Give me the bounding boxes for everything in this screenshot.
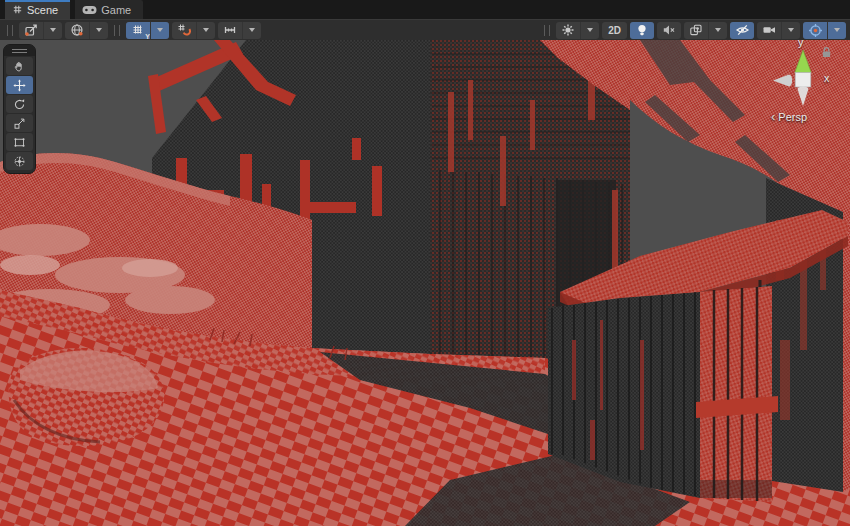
chevron-down-icon [50,28,56,32]
gizmo-lock[interactable] [820,45,833,63]
audio-mute-button[interactable] [657,22,681,39]
snap-increment-dropdown[interactable] [242,22,261,39]
scene-lighting-button[interactable] [630,22,654,39]
grid-visibility-group: Y [126,22,169,39]
rotate-icon [13,98,26,111]
gamepad-icon [82,5,97,15]
effects-button[interactable] [684,22,708,39]
chevron-down-icon [587,28,593,32]
audio-group [657,22,681,39]
tool-handle-rotation-button[interactable] [65,22,89,39]
tool-handle-position-group [19,22,62,39]
view-pan-tool-button[interactable] [6,57,33,75]
overlay-drag-handle[interactable] [114,25,120,36]
snap-increment-button[interactable] [218,22,242,39]
effects-group [684,22,727,39]
gizmo-x-axis-cone[interactable] [811,77,819,85]
chevron-down-icon [249,28,255,32]
lighting-group [630,22,654,39]
chevron-down-icon [157,28,163,32]
visibility-group [730,22,754,39]
gizmos-button[interactable] [803,22,827,39]
gate[interactable] [696,286,778,502]
persp-toggle-icon: ‹ [771,112,775,122]
scene-viewport[interactable] [0,40,850,526]
rock-mound[interactable] [9,348,165,446]
draw-mode-icon [561,23,575,37]
grid-visibility-icon [132,24,145,37]
move-icon [13,79,26,92]
gizmos-dropdown[interactable] [827,22,846,39]
gizmo-y-axis-cone[interactable] [795,50,811,75]
scene-grid-icon [12,4,23,15]
effects-dropdown[interactable] [708,22,727,39]
2d-group: 2D [602,22,627,39]
chevron-down-icon [96,28,102,32]
gizmo-negy-cone[interactable] [798,87,809,106]
grid-visibility-button[interactable]: Y [126,22,150,39]
scene-visibility-icon [735,23,750,37]
tool-handle-position-icon [24,23,38,37]
gizmo-center-cube[interactable] [795,73,811,88]
tool-handle-rotation-dropdown[interactable] [89,22,108,39]
scale-icon [13,117,26,130]
overlay-drag-handle[interactable] [544,25,550,36]
scene-lighting-icon [635,23,649,37]
tool-handle-position-button[interactable] [19,22,43,39]
snap-increment-group [218,22,261,39]
scene-toolbar: Y 2D [0,19,850,40]
snap-button[interactable] [172,22,196,39]
snap-dropdown[interactable] [196,22,215,39]
transform-icon [13,155,26,168]
tab-game[interactable]: Game [75,0,143,19]
tab-scene-label: Scene [27,4,58,16]
tab-game-label: Game [101,4,131,16]
gizmos-icon [808,23,823,38]
snap-increment-icon [223,23,237,37]
tools-overlay [3,44,36,174]
draw-mode-group [556,22,599,39]
2d-toggle-button[interactable]: 2D [602,22,627,39]
2d-label: 2D [605,25,624,36]
transform-tool-button[interactable] [6,152,33,170]
camera-settings-icon [762,23,777,37]
persp-label: Persp [778,111,807,123]
camera-settings-dropdown[interactable] [781,22,800,39]
audio-mute-icon [662,23,676,37]
chevron-down-icon [788,28,794,32]
rect-tool-icon [13,136,26,149]
grid-visibility-dropdown[interactable] [150,22,169,39]
camera-settings-group [757,22,800,39]
snap-group [172,22,215,39]
chevron-down-icon [834,28,840,32]
view-tab-bar: Scene Game [0,0,850,19]
chevron-down-icon [715,28,721,32]
gizmo-negx-cone[interactable] [773,75,792,87]
chevron-down-icon [203,28,209,32]
lock-icon [820,45,833,59]
draw-mode-button[interactable] [556,22,580,39]
overlay-drag-handle[interactable] [7,25,13,36]
rect-tool-button[interactable] [6,133,33,151]
tool-handle-rotation-group [65,22,108,39]
projection-toggle[interactable]: ‹ Persp [771,111,807,123]
tab-scene[interactable]: Scene [5,0,70,19]
draw-mode-dropdown[interactable] [580,22,599,39]
gizmo-x-label: x [824,72,830,84]
tools-overlay-drag-handle[interactable] [4,45,35,56]
scale-tool-button[interactable] [6,114,33,132]
hand-icon [13,60,26,73]
rotate-tool-button[interactable] [6,95,33,113]
effects-icon [689,23,703,37]
tool-handle-position-dropdown[interactable] [43,22,62,39]
scene-visibility-button[interactable] [730,22,754,39]
gizmos-group [803,22,846,39]
move-tool-button[interactable] [6,76,33,94]
tool-handle-rotation-icon [70,23,84,37]
snap-icon [177,23,191,37]
camera-settings-button[interactable] [757,22,781,39]
